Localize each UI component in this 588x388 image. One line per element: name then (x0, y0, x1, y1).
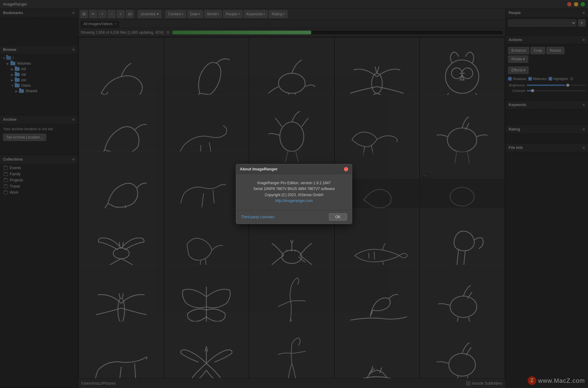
about-app-name: ImageRanger Pro Edition, version 1.9.2.1… (242, 180, 346, 186)
about-ok-button[interactable]: OK (329, 213, 347, 221)
about-dialog: About ImageRanger ImageRanger Pro Editio… (236, 164, 352, 224)
about-serial: Serial 10NP8 7867V BNJS 4894 7867V7 soft… (242, 186, 346, 192)
dialog-close-button[interactable] (344, 167, 348, 171)
dialog-body: ImageRanger Pro Edition, version 1.9.2.1… (236, 174, 352, 210)
dialog-title: About ImageRanger (240, 167, 278, 171)
third-party-link[interactable]: Third-party Licenses (241, 215, 274, 219)
about-website-link[interactable]: http://imageranger.com (275, 199, 313, 203)
dialog-footer: Third-party Licenses OK (236, 210, 352, 224)
about-copyright: Copyright (C) 2023, XtSense GmbH (242, 192, 346, 198)
dialog-titlebar: About ImageRanger (236, 164, 352, 174)
modal-overlay: About ImageRanger ImageRanger Pro Editio… (0, 0, 588, 388)
